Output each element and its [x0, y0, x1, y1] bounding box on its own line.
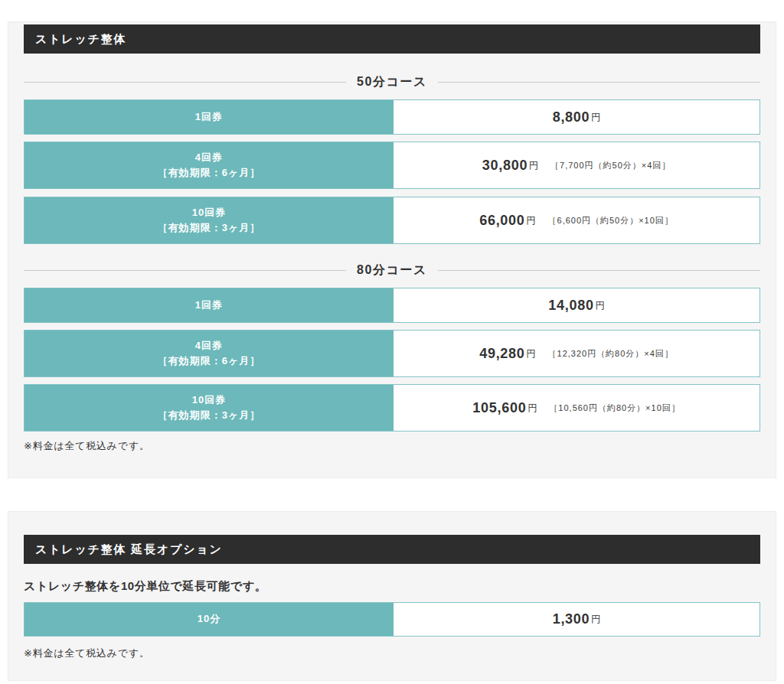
price-detail: ［6,600円（約50分）×10回］: [548, 215, 674, 226]
ticket-name: 1回券: [195, 298, 223, 313]
section-title: ストレッチ整体: [35, 32, 126, 45]
price-unit: 円: [591, 111, 600, 124]
price-unit: 円: [591, 613, 600, 626]
price-detail: ［12,320円（約80分）×4回］: [548, 348, 674, 360]
ticket-name: 10回券: [192, 205, 227, 220]
price-row-50min-10tickets: 10回券 ［有効期限：3ヶ月］ 66,000 円 ［6,600円（約50分）×1…: [24, 197, 760, 244]
heading-line-left: [24, 270, 346, 271]
course-heading-80min: 80分コース: [24, 262, 760, 278]
heading-line-right: [438, 270, 760, 271]
price-cell: 8,800 円: [394, 100, 760, 134]
heading-line-left: [24, 82, 346, 83]
ticket-cell: 10分: [24, 603, 394, 636]
price-value: 49,280: [479, 346, 524, 362]
ticket-name: 4回券: [195, 150, 223, 165]
price-value: 30,800: [482, 158, 528, 174]
section-header-stretch-seitai: ストレッチ整体: [24, 24, 760, 54]
price-row-50min-1ticket: 1回券 8,800 円: [24, 99, 760, 135]
extension-description: ストレッチ整体を10分単位で延長可能です。: [24, 579, 760, 594]
stretch-seitai-pricing-section: ストレッチ整体 50分コース 1回券 8,800 円 4回券 ［有効期限：6ヶ月…: [8, 21, 776, 478]
price-cell: 30,800 円 ［7,700円（約50分）×4回］: [394, 142, 760, 188]
price-unit: 円: [527, 214, 536, 227]
ticket-cell: 1回券: [24, 288, 394, 322]
price-row-80min-1ticket: 1回券 14,080 円: [24, 288, 760, 323]
ticket-cell: 4回券 ［有効期限：6ヶ月］: [24, 142, 394, 188]
price-unit: 円: [527, 347, 536, 360]
ticket-name: 10回券: [192, 392, 227, 408]
price-value: 8,800: [553, 109, 590, 125]
ticket-validity: ［有効期限：3ヶ月］: [158, 408, 261, 423]
price-unit: 円: [529, 159, 538, 172]
extension-option-section: ストレッチ整体 延長オプション ストレッチ整体を10分単位で延長可能です。 10…: [8, 511, 776, 681]
heading-line-right: [438, 82, 760, 83]
section-title: ストレッチ整体 延長オプション: [35, 542, 223, 555]
section-header-extension-option: ストレッチ整体 延長オプション: [24, 535, 760, 564]
price-row-extension-10min: 10分 1,300 円: [24, 602, 760, 637]
course-heading-50min: 50分コース: [24, 74, 760, 90]
ticket-validity: ［有効期限：6ヶ月］: [158, 353, 261, 369]
price-cell: 105,600 円 ［10,560円（約80分）×10回］: [394, 385, 760, 431]
price-cell: 14,080 円: [394, 288, 760, 322]
price-detail: ［10,560円（約80分）×10回］: [549, 402, 680, 414]
price-cell: 1,300 円: [394, 603, 760, 636]
price-cell: 66,000 円 ［6,600円（約50分）×10回］: [394, 197, 760, 243]
price-value: 105,600: [472, 400, 526, 416]
ticket-name: 4回券: [195, 338, 223, 353]
price-unit: 円: [596, 299, 605, 312]
ticket-cell: 1回券: [24, 100, 394, 134]
price-value: 1,300: [553, 611, 590, 627]
ticket-validity: ［有効期限：6ヶ月］: [158, 165, 261, 181]
price-unit: 円: [528, 402, 537, 415]
price-cell: 49,280 円 ［12,320円（約80分）×4回］: [394, 331, 760, 376]
tax-note: ※料金は全て税込みです。: [24, 647, 760, 660]
price-detail: ［7,700円（約50分）×4回］: [550, 160, 671, 171]
tax-note: ※料金は全て税込みです。: [24, 439, 760, 453]
price-row-80min-10tickets: 10回券 ［有効期限：3ヶ月］ 105,600 円 ［10,560円（約80分）…: [24, 384, 760, 432]
course-title-80min: 80分コース: [357, 262, 427, 278]
price-value: 66,000: [479, 213, 524, 229]
ticket-validity: ［有効期限：3ヶ月］: [158, 220, 261, 236]
ticket-cell: 4回券 ［有効期限：6ヶ月］: [24, 331, 394, 376]
course-title-50min: 50分コース: [357, 74, 427, 90]
price-row-50min-4tickets: 4回券 ［有効期限：6ヶ月］ 30,800 円 ［7,700円（約50分）×4回…: [24, 142, 760, 189]
ticket-cell: 10回券 ［有効期限：3ヶ月］: [24, 197, 394, 243]
ticket-cell: 10回券 ［有効期限：3ヶ月］: [24, 385, 394, 431]
ticket-name: 10分: [198, 611, 221, 627]
price-row-80min-4tickets: 4回券 ［有効期限：6ヶ月］ 49,280 円 ［12,320円（約80分）×4…: [24, 330, 760, 377]
price-value: 14,080: [548, 298, 593, 314]
ticket-name: 1回券: [195, 109, 223, 125]
